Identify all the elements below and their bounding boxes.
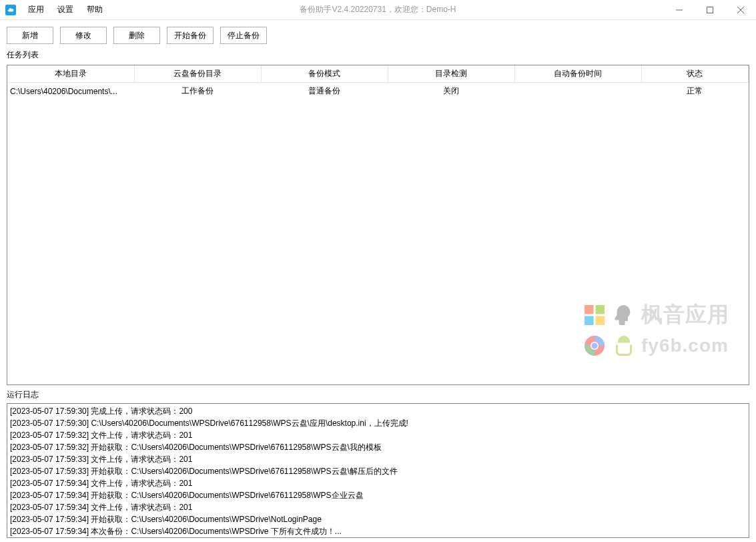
- window-controls: [664, 0, 756, 20]
- log-line: [2023-05-07 17:59:33] 文件上传，请求状态码：201: [10, 453, 746, 465]
- task-table: 本地目录 云盘备份目录 备份模式 目录检测 自动备份时间 状态 C:\Users…: [7, 65, 749, 99]
- maximize-button[interactable]: [695, 0, 725, 20]
- log-container[interactable]: [2023-05-07 17:59:30] 完成上传，请求状态码：200 [20…: [7, 403, 749, 538]
- col-status[interactable]: 状态: [641, 65, 748, 83]
- menu-help[interactable]: 帮助: [80, 0, 109, 19]
- edit-button[interactable]: 修改: [60, 27, 107, 44]
- menu-settings[interactable]: 设置: [51, 0, 80, 19]
- minimize-button[interactable]: [664, 0, 695, 20]
- col-cloud-dir[interactable]: 云盘备份目录: [134, 65, 261, 83]
- log-line: [2023-05-07 17:59:34] 本次备份：C:\Users\4020…: [10, 525, 746, 537]
- cell-cloud-dir: 工作备份: [134, 83, 261, 100]
- cell-auto-time: [514, 83, 641, 100]
- log-line: [2023-05-07 17:59:34] 开始获取：C:\Users\4020…: [10, 489, 746, 501]
- titlebar: 应用 设置 帮助 备份助手V2.4.20220731，欢迎您：Demo-H: [0, 0, 756, 20]
- log-line: [2023-05-07 17:59:34] 文件上传，请求状态码：201: [10, 501, 746, 513]
- task-list-label: 任务列表: [0, 48, 756, 65]
- log-label: 运行日志: [0, 385, 756, 403]
- menu-bar: 应用 设置 帮助: [21, 0, 109, 19]
- close-button[interactable]: [725, 0, 756, 20]
- cell-detect: 关闭: [388, 83, 514, 100]
- log-line: [2023-05-07 17:59:33] 开始获取：C:\Users\4020…: [10, 465, 746, 477]
- svg-rect-1: [707, 7, 713, 13]
- cell-local-dir: C:\Users\40206\Documents\...: [7, 83, 134, 100]
- table-row[interactable]: C:\Users\40206\Documents\... 工作备份 普通备份 关…: [7, 83, 749, 100]
- log-line: [2023-05-07 17:59:30] 完成上传，请求状态码：200: [10, 405, 746, 417]
- menu-app[interactable]: 应用: [21, 0, 51, 19]
- toolbar: 新增 修改 删除 开始备份 停止备份: [0, 20, 756, 48]
- app-icon: [5, 5, 16, 15]
- col-auto-time[interactable]: 自动备份时间: [514, 65, 641, 83]
- log-line: [2023-05-07 17:59:32] 文件上传，请求状态码：201: [10, 429, 746, 441]
- delete-button[interactable]: 删除: [113, 27, 160, 44]
- col-local-dir[interactable]: 本地目录: [7, 65, 134, 83]
- col-mode[interactable]: 备份模式: [261, 65, 388, 83]
- stop-backup-button[interactable]: 停止备份: [220, 27, 267, 44]
- table-header-row: 本地目录 云盘备份目录 备份模式 目录检测 自动备份时间 状态: [7, 65, 749, 83]
- cell-status: 正常: [641, 83, 748, 100]
- log-line: [2023-05-07 17:59:30] C:\Users\40206\Doc…: [10, 417, 746, 429]
- window-title: 备份助手V2.4.20220731，欢迎您：Demo-H: [300, 4, 456, 15]
- cell-mode: 普通备份: [261, 83, 388, 100]
- col-detect[interactable]: 目录检测: [388, 65, 514, 83]
- log-line: [2023-05-07 17:59:32] 开始获取：C:\Users\4020…: [10, 441, 746, 453]
- task-table-container[interactable]: 本地目录 云盘备份目录 备份模式 目录检测 自动备份时间 状态 C:\Users…: [7, 65, 749, 385]
- log-line: [2023-05-07 17:59:34] 开始获取：C:\Users\4020…: [10, 513, 746, 525]
- log-line: [2023-05-07 17:59:34] 文件上传，请求状态码：201: [10, 477, 746, 489]
- new-button[interactable]: 新增: [7, 27, 53, 44]
- start-backup-button[interactable]: 开始备份: [167, 27, 214, 44]
